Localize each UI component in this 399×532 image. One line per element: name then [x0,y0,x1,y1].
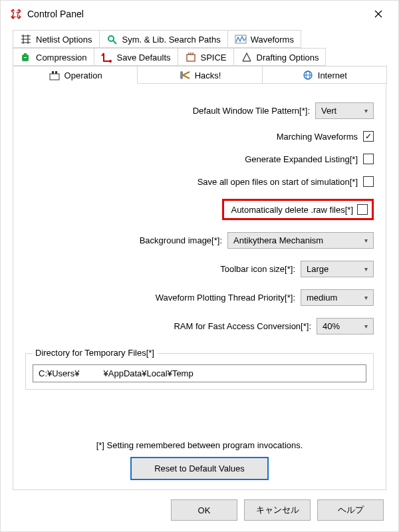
tab-operation[interactable]: Operation [13,66,138,84]
tab-search-paths[interactable]: Sym. & Lib. Search Paths [99,30,228,48]
control-panel-window: LT Control Panel Netlist Options Sym. & … [0,0,399,532]
svg-rect-16 [52,71,54,74]
select-value: Large [307,264,329,274]
svg-rect-13 [187,55,195,61]
tab-label: Save Defaults [117,53,171,63]
row-tile-pattern: Default Window Tile Pattern[*]: Vert ▾ [25,102,374,119]
label-save-on-start: Save all open files on start of simulati… [198,177,358,187]
svg-rect-17 [55,71,57,74]
svg-point-6 [108,36,114,41]
tab-label: Netlist Options [36,35,92,45]
checkbox-expanded-list[interactable] [363,154,374,164]
tab-label: SPICE [201,53,227,63]
tab-save-defaults[interactable]: Save Defaults [94,48,178,66]
close-button[interactable] [365,1,392,27]
select-value: Antikythera Mechanism [233,235,323,245]
tab-label: Sym. & Lib. Search Paths [122,35,221,45]
select-value: Vert [321,106,336,116]
label-background-image: Background image[*]: [140,235,222,245]
svg-rect-15 [50,74,59,80]
chevron-down-icon: ▾ [364,265,368,273]
cancel-button[interactable]: キャンセル [244,499,311,521]
row-toolbar-icon: Toolbar icon size[*]: Large ▾ [25,261,374,277]
select-thread-priority[interactable]: medium ▾ [301,289,374,306]
select-toolbar-icon[interactable]: Large ▾ [301,261,374,277]
svg-rect-10 [24,53,27,55]
chevron-down-icon: ▾ [364,323,368,330]
tab-label: Operation [65,70,102,80]
label-ram-conversion: RAM for Fast Access Conversion[*]: [174,321,311,331]
svg-text:LT: LT [12,11,20,19]
label-thread-priority: Waveform Plotting Thread Priority[*]: [156,293,295,303]
chevron-down-icon: ▾ [364,294,368,301]
tab-row-1: Netlist Options Sym. & Lib. Search Paths… [13,30,386,48]
chevron-down-icon: ▾ [364,107,368,114]
row-thread-priority: Waveform Plotting Thread Priority[*]: me… [25,289,374,306]
row-background-image: Background image[*]: Antikythera Mechani… [25,232,374,249]
select-ram-conversion[interactable]: 40% ▾ [317,318,374,334]
tab-label: Waveforms [251,35,294,45]
label-expanded-list: Generate Expanded Listing[*] [245,154,358,164]
tab-spice[interactable]: SPICE [178,48,234,66]
window-title: Control Panel [27,9,365,19]
form-area: Default Window Tile Pattern[*]: Vert ▾ M… [25,102,374,390]
tab-label: Hacks! [195,70,221,80]
row-marching: Marching Waveforms ✓ [25,131,374,142]
group-temp-dir: Directory for Temporary Files[*] [25,353,374,390]
label-toolbar-icon: Toolbar icon size[*]: [220,264,295,274]
row-save-on-start: Save all open files on start of simulati… [25,176,374,187]
svg-rect-18 [180,71,183,79]
tab-container: Netlist Options Sym. & Lib. Search Paths… [13,30,386,83]
help-button[interactable]: ヘルプ [317,499,384,521]
close-icon [374,10,382,18]
label-marching: Marching Waveforms [277,132,358,142]
reset-button[interactable]: Reset to Default Values [130,457,269,480]
row-auto-delete-raw: Automatically delete .raw files[*] [25,199,374,220]
tab-compression[interactable]: Compression [13,48,94,66]
input-temp-dir[interactable] [33,364,366,382]
tab-netlist-options[interactable]: Netlist Options [13,30,100,48]
row-expanded-list: Generate Expanded Listing[*] [25,154,374,164]
tab-label: Compression [36,53,87,63]
dialog-button-row: OK キャンセル ヘルプ [13,499,386,521]
legend-temp-dir: Directory for Temporary Files[*] [33,348,157,358]
tab-hacks[interactable]: Hacks! [137,66,262,84]
checkbox-auto-delete-raw[interactable] [357,204,368,215]
label-tile-pattern: Default Window Tile Pattern[*]: [193,106,310,116]
label-auto-delete-raw: Automatically delete .raw files[*] [231,205,353,215]
tab-label: Internet [318,70,347,80]
tab-internet[interactable]: Internet [262,66,387,84]
svg-line-7 [113,41,116,44]
svg-point-12 [109,60,112,63]
select-value: 40% [323,321,340,331]
select-value: medium [307,293,337,303]
tab-row-2: Compression Save Defaults SPICE Drafting… [13,48,386,66]
svg-rect-11 [24,57,27,58]
app-icon: LT [10,8,22,20]
client-area: Netlist Options Sym. & Lib. Search Paths… [1,27,398,531]
select-background-image[interactable]: Antikythera Mechanism ▾ [227,232,374,249]
tab-waveforms[interactable]: Waveforms [227,30,301,48]
highlight-box: Automatically delete .raw files[*] [222,199,374,220]
note-remembered: [*] Setting remembered between program i… [25,440,374,450]
chevron-down-icon: ▾ [364,237,368,244]
tabpage-operation: Default Window Tile Pattern[*]: Vert ▾ M… [13,83,386,490]
checkbox-save-on-start[interactable] [363,176,374,187]
titlebar: LT Control Panel [1,1,398,27]
ok-button[interactable]: OK [171,499,237,521]
tab-row-3: Operation Hacks! Internet [13,66,386,84]
tab-drafting-options[interactable]: Drafting Options [233,48,327,66]
row-ram-conversion: RAM for Fast Access Conversion[*]: 40% ▾ [25,318,374,334]
tab-label: Drafting Options [257,53,319,63]
checkbox-marching[interactable]: ✓ [363,131,374,142]
select-tile-pattern[interactable]: Vert ▾ [315,102,374,119]
